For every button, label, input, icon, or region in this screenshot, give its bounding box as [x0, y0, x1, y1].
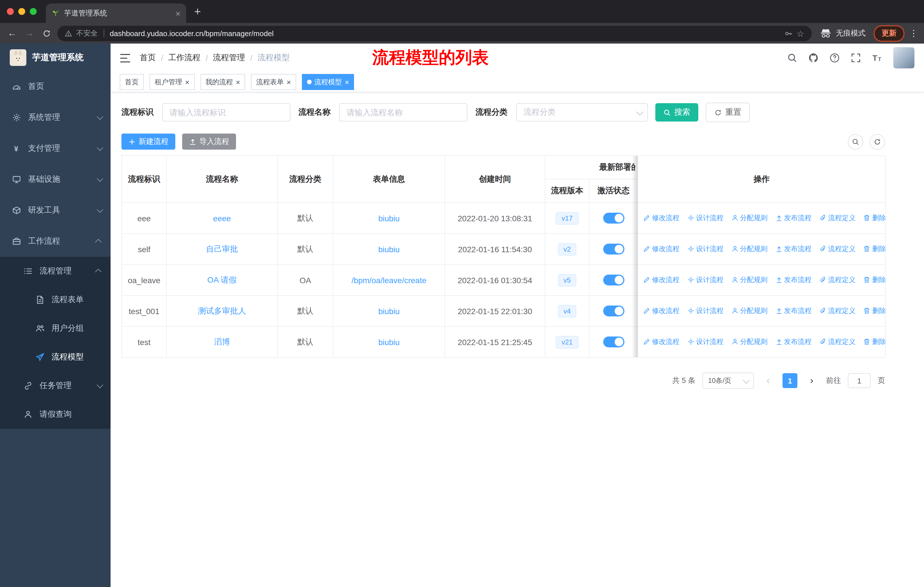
delete-link[interactable]: 删除: [864, 337, 886, 347]
sidebar-item-user-group[interactable]: 用户分组: [0, 314, 111, 343]
address-bar[interactable]: 不安全 dashboard.yudao.iocoder.cn/bpm/manag…: [57, 25, 812, 41]
sidebar-item-infrastructure[interactable]: 基础设施: [0, 164, 111, 195]
toggle-search-button[interactable]: [848, 134, 863, 149]
sidebar-item-process-model[interactable]: 流程模型: [0, 343, 111, 372]
sidebar-item-process-form[interactable]: 流程表单: [0, 286, 111, 314]
model-name-link[interactable]: OA 请假: [207, 275, 237, 284]
search-icon[interactable]: [787, 53, 797, 63]
delete-link[interactable]: 删除: [864, 306, 886, 316]
create-process-button[interactable]: 新建流程: [121, 134, 175, 150]
reset-button[interactable]: 重置: [706, 103, 750, 122]
tab-close-icon[interactable]: ×: [175, 9, 180, 18]
delete-link[interactable]: 删除: [864, 275, 886, 285]
status-toggle[interactable]: [603, 274, 624, 286]
form-info-link[interactable]: biubiu: [378, 213, 400, 223]
new-tab-button[interactable]: +: [194, 6, 201, 17]
process-definition-link[interactable]: 流程定义: [820, 213, 856, 223]
assign-rule-link[interactable]: 分配规则: [731, 306, 767, 316]
sidebar-item-payment-management[interactable]: ¥ 支付管理: [0, 133, 111, 164]
breadcrumb-item[interactable]: 工作流程: [168, 53, 201, 63]
window-close-button[interactable]: [7, 8, 14, 15]
sidebar-item-dev-tools[interactable]: 研发工具: [0, 195, 111, 226]
page-number-button[interactable]: 1: [782, 373, 797, 388]
model-name-link[interactable]: 测试多审批人: [198, 306, 246, 315]
window-zoom-button[interactable]: [30, 8, 37, 15]
process-key-input[interactable]: [162, 103, 290, 122]
publish-process-link[interactable]: 发布流程: [776, 337, 812, 347]
assign-rule-link[interactable]: 分配规则: [731, 213, 767, 223]
version-badge[interactable]: v5: [558, 274, 576, 286]
model-name-link[interactable]: 滔博: [214, 337, 230, 346]
status-toggle[interactable]: [603, 213, 624, 223]
search-button[interactable]: 搜索: [655, 103, 698, 122]
design-process-link[interactable]: 设计流程: [687, 244, 723, 254]
sidebar-item-task-management[interactable]: 任务管理: [0, 372, 111, 400]
tag-my-process[interactable]: 我的流程×: [200, 74, 245, 90]
design-process-link[interactable]: 设计流程: [687, 337, 723, 347]
delete-link[interactable]: 删除: [864, 244, 886, 254]
modify-process-link[interactable]: 修改流程: [643, 337, 680, 347]
goto-page-input[interactable]: [848, 373, 871, 388]
url-text[interactable]: dashboard.yudao.iocoder.cn/bpm/manager/m…: [110, 29, 274, 38]
tag-close-icon[interactable]: ×: [286, 78, 291, 86]
form-info-link[interactable]: /bpm/oa/leave/create: [351, 275, 426, 284]
modify-process-link[interactable]: 修改流程: [643, 244, 680, 254]
process-name-input[interactable]: [339, 103, 467, 122]
version-badge[interactable]: v21: [556, 336, 579, 348]
prev-page-button[interactable]: ‹: [761, 373, 776, 388]
browser-menu-icon[interactable]: ⋮: [909, 28, 918, 38]
tag-close-icon[interactable]: ×: [185, 78, 189, 86]
form-info-link[interactable]: biubiu: [378, 306, 400, 316]
forward-button[interactable]: →: [23, 28, 36, 38]
refresh-table-button[interactable]: [870, 134, 885, 149]
sidebar-item-leave-query[interactable]: 请假查询: [0, 400, 111, 429]
breadcrumb-item[interactable]: 流程管理: [213, 53, 245, 63]
publish-process-link[interactable]: 发布流程: [776, 244, 812, 254]
publish-process-link[interactable]: 发布流程: [776, 213, 812, 223]
user-avatar[interactable]: [893, 47, 915, 69]
tag-tenant-management[interactable]: 租户管理×: [150, 74, 195, 90]
design-process-link[interactable]: 设计流程: [687, 306, 723, 316]
status-toggle[interactable]: [603, 336, 624, 347]
breadcrumb-item[interactable]: 首页: [140, 53, 156, 63]
version-badge[interactable]: v2: [558, 243, 576, 255]
assign-rule-link[interactable]: 分配规则: [731, 337, 767, 347]
assign-rule-link[interactable]: 分配规则: [731, 244, 767, 254]
import-process-button[interactable]: 导入流程: [182, 134, 236, 150]
modify-process-link[interactable]: 修改流程: [643, 306, 680, 316]
fullscreen-icon[interactable]: [851, 53, 861, 63]
version-badge[interactable]: v17: [556, 212, 579, 225]
design-process-link[interactable]: 设计流程: [687, 213, 723, 223]
page-size-select[interactable]: 10条/页: [702, 373, 754, 389]
version-badge[interactable]: v4: [558, 305, 576, 317]
font-size-icon[interactable]: TT: [872, 53, 882, 63]
design-process-link[interactable]: 设计流程: [687, 275, 723, 285]
sidebar-toggle-icon[interactable]: [120, 53, 130, 63]
bookmark-star-icon[interactable]: ☆: [797, 29, 804, 38]
sidebar-item-system-management[interactable]: 系统管理: [0, 102, 111, 133]
model-name-link[interactable]: 自己审批: [206, 244, 238, 253]
reload-button[interactable]: [40, 29, 53, 38]
process-definition-link[interactable]: 流程定义: [820, 306, 856, 316]
tag-process-model[interactable]: 流程模型×: [302, 74, 354, 90]
security-label[interactable]: 不安全: [76, 28, 98, 38]
modify-process-link[interactable]: 修改流程: [643, 275, 680, 285]
update-button[interactable]: 更新: [874, 25, 904, 41]
tag-process-form[interactable]: 流程表单×: [251, 74, 296, 90]
tag-home[interactable]: 首页: [120, 74, 144, 90]
browser-tab[interactable]: 芋道管理系统 ×: [46, 3, 186, 23]
tag-close-icon[interactable]: ×: [345, 78, 349, 86]
form-info-link[interactable]: biubiu: [378, 245, 400, 254]
sidebar-item-home[interactable]: 首页: [0, 71, 111, 102]
status-toggle[interactable]: [603, 244, 624, 255]
process-definition-link[interactable]: 流程定义: [820, 275, 856, 285]
window-minimize-button[interactable]: [18, 8, 25, 15]
assign-rule-link[interactable]: 分配规则: [731, 275, 767, 285]
process-definition-link[interactable]: 流程定义: [820, 244, 856, 254]
help-icon[interactable]: [830, 53, 840, 63]
sidebar-item-process-management[interactable]: 流程管理: [0, 257, 111, 286]
next-page-button[interactable]: ›: [804, 373, 819, 388]
app-logo[interactable]: 芋道管理系统: [0, 43, 111, 71]
tag-close-icon[interactable]: ×: [236, 78, 240, 86]
password-key-icon[interactable]: [784, 29, 792, 38]
